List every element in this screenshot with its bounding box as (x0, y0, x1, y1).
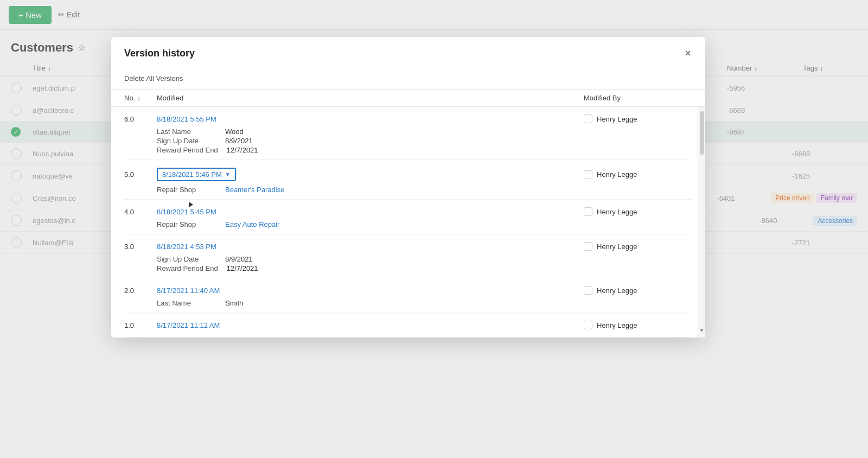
modal-close-button[interactable]: × (684, 48, 692, 59)
version-main-row: 5.0 8/18/2021 5:46 PM ▼ Henry Legge (124, 166, 692, 183)
version-group-6: 6.0 8/18/2021 5:55 PM Henry Legge Last N… (124, 107, 692, 160)
modal-subheader: Delete All Versions (111, 67, 705, 90)
version-details: Sign Up Date 8/9/2021 Reward Period End … (124, 253, 692, 272)
version-details: Last Name Smith (124, 297, 692, 307)
version-group-3: 3.0 8/18/2021 4:53 PM Henry Legge Sign U… (124, 234, 692, 278)
version-modified-by: Henry Legge (584, 170, 692, 179)
version-details: Repair Shop Beamer's Paradise (124, 183, 692, 194)
version-modified-by: Henry Legge (584, 286, 692, 295)
col-no-header: No. ↓ (124, 94, 157, 102)
version-main-row: 2.0 8/17/2021 11:40 AM Henry Legge (124, 284, 692, 297)
detail-row: Repair Shop Beamer's Paradise (157, 186, 692, 194)
version-date[interactable]: 8/17/2021 11:40 AM (157, 287, 584, 295)
detail-label: Sign Up Date (157, 255, 216, 263)
version-details: Last Name Wood Sign Up Date 8/9/2021 Rew… (124, 125, 692, 154)
detail-label: Reward Period End (157, 264, 218, 272)
version-date[interactable]: 8/18/2021 5:45 PM (157, 208, 584, 216)
version-checkbox[interactable] (584, 170, 592, 179)
version-checkbox[interactable] (584, 286, 592, 295)
version-history-modal: Version history × Delete All Versions No… (111, 37, 705, 338)
modal-header: Version history × (111, 37, 705, 67)
version-group-5: 5.0 8/18/2021 5:46 PM ▼ Henry Legge Repa… (124, 160, 692, 200)
detail-label: Last Name (157, 128, 216, 136)
detail-row: Last Name Wood (157, 128, 692, 136)
detail-label: Sign Up Date (157, 137, 216, 145)
scrollbar-down-arrow[interactable]: ▼ (698, 327, 705, 333)
version-date-box[interactable]: 8/18/2021 5:46 PM ▼ (157, 168, 236, 181)
version-date-selected[interactable]: 8/18/2021 5:46 PM ▼ (157, 168, 584, 181)
version-main-row: 4.0 8/18/2021 5:45 PM Henry Legge (124, 205, 692, 218)
version-details: Repair Shop Easy Auto Repair (124, 218, 692, 228)
detail-row: Sign Up Date 8/9/2021 (157, 255, 692, 263)
column-headers: No. ↓ Modified Modified By (111, 90, 705, 107)
version-checkbox[interactable] (584, 207, 592, 216)
version-number: 2.0 (124, 287, 157, 295)
detail-row: Reward Period End 12/7/2021 (157, 146, 692, 154)
sort-arrow-icon: ↓ (137, 95, 141, 101)
version-date[interactable]: 8/17/2021 11:12 AM (157, 321, 584, 329)
detail-value: Wood (225, 128, 244, 136)
version-group-1: 1.0 8/17/2021 11:12 AM Henry Legge (124, 313, 692, 338)
version-number: 5.0 (124, 170, 157, 179)
detail-label: Repair Shop (157, 186, 216, 194)
detail-row: Repair Shop Easy Auto Repair (157, 220, 692, 228)
modal-title: Version history (124, 48, 195, 59)
detail-value: Smith (225, 299, 243, 307)
detail-value-link[interactable]: Easy Auto Repair (225, 220, 279, 228)
detail-label: Repair Shop (157, 220, 216, 228)
scrollbar-thumb[interactable] (700, 111, 704, 155)
version-modified-by: Henry Legge (584, 321, 692, 329)
detail-row: Last Name Smith (157, 299, 692, 307)
delete-all-versions-link[interactable]: Delete All Versions (124, 74, 183, 82)
col-modified-by-header: Modified By (584, 94, 692, 102)
detail-value: 8/9/2021 (225, 137, 253, 145)
version-group-4: 4.0 8/18/2021 5:45 PM Henry Legge Repair… (124, 200, 692, 234)
modal-body: 6.0 8/18/2021 5:55 PM Henry Legge Last N… (111, 107, 705, 338)
detail-label: Last Name (157, 299, 216, 307)
detail-value: 12/7/2021 (227, 264, 258, 272)
version-main-row: 6.0 8/18/2021 5:55 PM Henry Legge (124, 112, 692, 125)
version-checkbox[interactable] (584, 242, 592, 251)
version-number: 3.0 (124, 243, 157, 251)
detail-value: 12/7/2021 (227, 146, 258, 154)
version-date[interactable]: 8/18/2021 4:53 PM (157, 243, 584, 251)
version-number: 4.0 (124, 208, 157, 216)
version-checkbox[interactable] (584, 321, 592, 329)
detail-value: 8/9/2021 (225, 255, 253, 263)
version-main-row: 3.0 8/18/2021 4:53 PM Henry Legge (124, 240, 692, 253)
detail-row: Reward Period End 12/7/2021 (157, 264, 692, 272)
version-checkbox[interactable] (584, 114, 592, 123)
dropdown-arrow-icon: ▼ (225, 171, 231, 177)
detail-label: Reward Period End (157, 146, 218, 154)
detail-row: Sign Up Date 8/9/2021 (157, 137, 692, 145)
version-number: 1.0 (124, 321, 157, 329)
version-number: 6.0 (124, 115, 157, 123)
version-group-2: 2.0 8/17/2021 11:40 AM Henry Legge Last … (124, 278, 692, 313)
version-main-row: 1.0 8/17/2021 11:12 AM Henry Legge (124, 319, 692, 332)
detail-value-link[interactable]: Beamer's Paradise (225, 186, 284, 194)
version-modified-by: Henry Legge (584, 242, 692, 251)
scrollbar[interactable]: ▼ (698, 107, 705, 338)
version-date[interactable]: 8/18/2021 5:55 PM (157, 115, 584, 123)
col-modified-header: Modified (157, 94, 584, 102)
version-modified-by: Henry Legge (584, 114, 692, 123)
version-modified-by: Henry Legge (584, 207, 692, 216)
